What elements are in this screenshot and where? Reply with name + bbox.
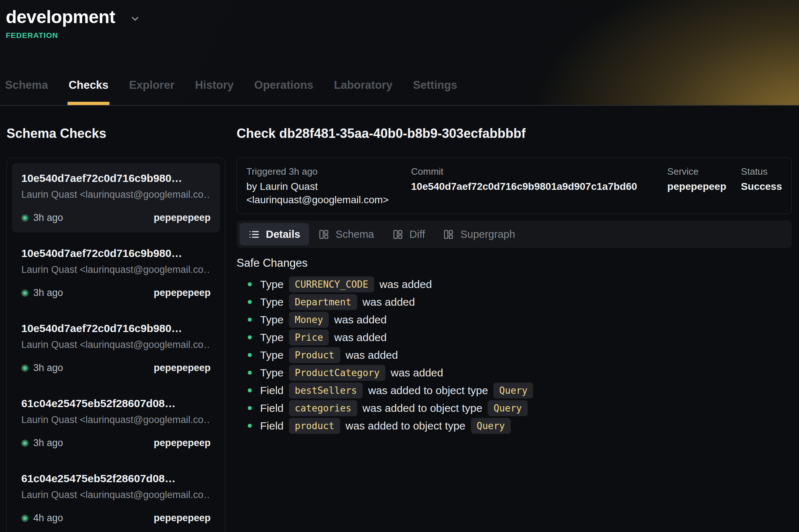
change-description: was added	[334, 314, 386, 326]
schema-checks-sidebar: Schema Checks 10e540d7aef72c0d716c9b980……	[7, 106, 225, 532]
chevron-down-icon[interactable]	[130, 13, 141, 24]
change-list-item: Type Department was added	[237, 293, 792, 311]
check-meta-box: Triggered 3h ago by Laurin Quast <laurin…	[237, 158, 792, 214]
check-service: pepepepeep	[154, 287, 211, 298]
nav-tab[interactable]: Operations	[254, 79, 314, 105]
nav-tab-label: Explorer	[129, 79, 174, 91]
commit-label: Commit	[411, 165, 667, 178]
check-service: pepepepeep	[154, 437, 211, 449]
change-kind: Field	[260, 402, 284, 414]
change-code-chip: product	[289, 418, 340, 434]
nav-tab-label: Operations	[254, 79, 314, 91]
change-list-item: Type Money was added	[237, 311, 792, 328]
check-id: 61c04e25475eb52f28607d08…	[21, 472, 211, 485]
check-author: Laurin Quast <laurinquast@googlemail.co…	[21, 489, 211, 501]
change-list-item: Field product was added to object type Q…	[237, 417, 792, 435]
nav-tab[interactable]: Explorer	[129, 79, 174, 105]
change-kind: Type	[260, 314, 284, 326]
status-label: Status	[741, 165, 782, 178]
check-author: Laurin Quast <laurinquast@googlemail.co…	[21, 264, 211, 275]
nav-tab[interactable]: Checks	[69, 79, 108, 105]
safe-changes-title: Safe Changes	[237, 257, 792, 270]
bullet-icon	[248, 353, 252, 357]
bullet-icon	[248, 388, 252, 392]
change-code-chip: Product	[289, 347, 340, 363]
bullet-icon	[248, 406, 252, 410]
nav-tab-label: Schema	[5, 79, 48, 91]
change-list-item: Field categories was added to object typ…	[237, 399, 792, 417]
change-list-item: Type CURRENCY_CODE was added	[237, 275, 792, 293]
check-author: Laurin Quast <laurinquast@googlemail.co…	[21, 339, 211, 350]
check-service: pepepepeep	[154, 362, 211, 374]
check-detail-tab[interactable]: Details	[239, 223, 309, 245]
change-list-item: Field bestSellers was added to object ty…	[237, 381, 792, 399]
nav-tab-label: Laboratory	[334, 79, 392, 91]
change-code-chip: CURRENCY_CODE	[289, 276, 374, 292]
change-description: was added	[363, 296, 415, 308]
nav-tab[interactable]: Schema	[5, 79, 48, 105]
list-icon	[249, 229, 260, 240]
change-list-item: Type Price was added	[237, 328, 792, 346]
check-list-item[interactable]: 61c04e25475eb52f28607d08… Laurin Quast <…	[12, 388, 220, 458]
nav-tab[interactable]: History	[195, 79, 234, 105]
triggered-by: by Laurin Quast	[246, 180, 411, 193]
nav-tab-label: Settings	[413, 79, 457, 91]
page-title: development	[6, 6, 115, 28]
status-dot-icon	[21, 289, 29, 297]
change-description: was added	[391, 367, 443, 379]
check-id: 61c04e25475eb52f28607d08…	[21, 397, 211, 410]
change-kind: Type	[260, 349, 284, 361]
status-dot-icon	[21, 214, 29, 222]
check-service: pepepepeep	[154, 212, 211, 223]
tab-label: Diff	[410, 228, 425, 240]
status-dot-icon	[21, 365, 29, 372]
nav-tab[interactable]: Laboratory	[334, 79, 392, 105]
triggered-label: Triggered 3h ago	[246, 165, 411, 178]
change-target-chip: Query	[493, 383, 533, 398]
check-list-item[interactable]: 61c04e25475eb52f28607d08… Laurin Quast <…	[12, 463, 220, 532]
bullet-icon	[248, 300, 252, 304]
change-kind: Field	[260, 384, 284, 397]
schema-checks-page: development FEDERATION Schema Checks Exp…	[0, 0, 799, 532]
check-time: 3h ago	[33, 362, 63, 374]
change-description: was added to object type	[346, 420, 466, 432]
status-badge: FEDERATION	[6, 31, 799, 40]
change-list-item: Type Product was added	[237, 346, 792, 364]
bullet-icon	[248, 282, 252, 286]
change-list-item: Type ProductCategory was added	[237, 364, 792, 381]
service-name: pepepepeep	[667, 180, 741, 193]
bullet-icon	[248, 371, 252, 375]
check-author: Laurin Quast <laurinquast@googlemail.co…	[21, 189, 211, 200]
tab-label: Schema	[336, 228, 374, 240]
status-value: Success	[741, 180, 782, 193]
check-list-item[interactable]: 10e540d7aef72c0d716c9b980… Laurin Quast …	[12, 313, 220, 383]
change-description: was added	[380, 278, 432, 291]
nav-tabs: Schema Checks Explorer History Operation…	[0, 79, 799, 105]
check-list-item[interactable]: 10e540d7aef72c0d716c9b980… Laurin Quast …	[12, 163, 220, 232]
check-time: 3h ago	[33, 212, 63, 223]
check-detail-tab[interactable]: Schema	[309, 223, 383, 245]
service-label: Service	[667, 165, 741, 178]
change-description: was added	[346, 349, 398, 361]
nav-tab[interactable]: Settings	[413, 79, 457, 105]
check-detail-tab[interactable]: Diff	[383, 223, 434, 245]
check-id: 10e540d7aef72c0d716c9b980…	[21, 172, 211, 184]
change-target-chip: Query	[471, 418, 511, 434]
check-time: 4h ago	[33, 513, 63, 524]
change-target-chip: Query	[488, 400, 527, 416]
tab-label: Details	[266, 228, 300, 240]
check-detail-tab[interactable]: Supergraph	[434, 223, 524, 245]
check-time: 3h ago	[33, 287, 63, 298]
commit-hash: 10e540d7aef72c0d716c9b9801a9d907c1a7bd60	[411, 180, 667, 193]
change-code-chip: Money	[289, 312, 329, 328]
bullet-icon	[248, 335, 252, 339]
change-kind: Type	[260, 296, 284, 308]
safe-changes-list: Type CURRENCY_CODE was added Type Depart…	[237, 275, 792, 435]
check-author: Laurin Quast <laurinquast@googlemail.co…	[21, 414, 211, 426]
change-description: was added to object type	[368, 384, 488, 397]
bullet-icon	[248, 424, 252, 428]
columns-icon	[443, 229, 454, 240]
tab-label: Supergraph	[460, 228, 515, 240]
check-list-item[interactable]: 10e540d7aef72c0d716c9b980… Laurin Quast …	[12, 238, 220, 308]
check-detail-title: Check db28f481-35aa-40b0-b8b9-303ecfabbb…	[237, 126, 792, 141]
